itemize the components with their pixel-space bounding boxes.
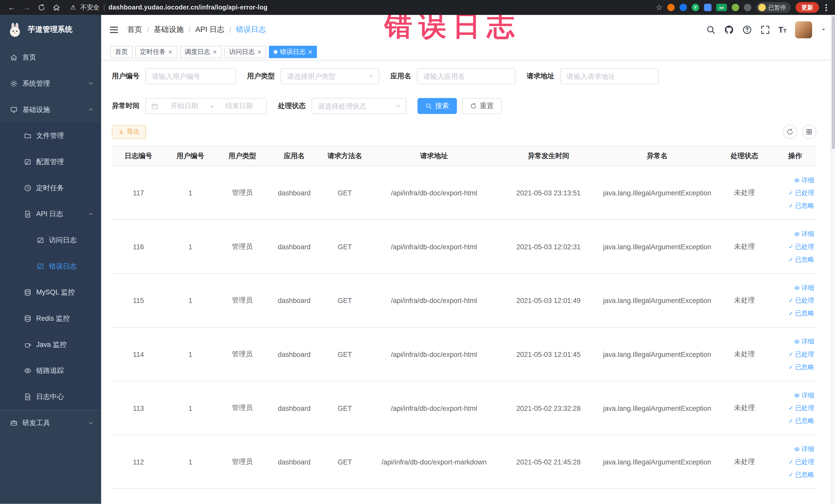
ignored-link[interactable]: ✓已忽略 [789, 416, 814, 425]
export-button[interactable]: 导出 [112, 125, 146, 139]
search-button[interactable]: 搜索 [418, 98, 457, 114]
sidebar-item-file-management[interactable]: 文件管理 [0, 122, 101, 149]
browser-update-button[interactable]: 更新 [795, 2, 819, 13]
cell-user-id: 1 [165, 274, 216, 327]
sidebar-item-java-monitor[interactable]: Java 监控 [0, 331, 101, 357]
eye-icon [794, 392, 800, 398]
page-scrollbar[interactable] [831, 15, 835, 504]
browser-menu-icon[interactable] [824, 4, 829, 11]
user-avatar[interactable] [795, 21, 812, 38]
sidebar-item-api-log[interactable]: API 日志 [0, 201, 101, 227]
exception-time-range-picker[interactable]: 开始日期 - 结束日期 [145, 98, 267, 114]
search-icon[interactable] [706, 25, 715, 34]
extension-icon-blue[interactable] [679, 4, 687, 11]
document-icon [37, 236, 44, 244]
close-icon[interactable]: × [257, 48, 261, 56]
sidebar-item-error-log[interactable]: 错误日志 [0, 253, 101, 279]
processed-link[interactable]: ✓已处理 [789, 350, 814, 359]
sidebar-item-system-management[interactable]: 系统管理 [0, 70, 101, 97]
cell-request-url: /api/infra/db-doc/export-html [370, 166, 498, 220]
detail-link[interactable]: 详细 [794, 337, 814, 346]
sidebar-item-mysql-monitor[interactable]: MySQL 监控 [0, 279, 101, 305]
help-icon[interactable] [742, 25, 752, 34]
tab-home[interactable]: 首页 [110, 46, 133, 58]
sidebar-item-dev-tools[interactable]: 研发工具 [0, 409, 101, 436]
font-size-icon[interactable]: TT [778, 25, 787, 34]
app-name-input[interactable] [417, 68, 515, 84]
detail-link[interactable]: 详细 [794, 444, 814, 453]
close-icon[interactable]: × [168, 48, 172, 56]
ignored-link[interactable]: ✓已忽略 [789, 309, 814, 318]
process-status-select-input[interactable] [312, 98, 406, 114]
ignored-link[interactable]: ✓已忽略 [789, 201, 814, 210]
search-icon [426, 103, 432, 109]
eye-icon [24, 367, 31, 374]
sidebar-item-config-management[interactable]: 配置管理 [0, 149, 101, 175]
profile-paused-badge[interactable]: 已暂停 [756, 2, 791, 13]
browser-back-button[interactable]: ← [5, 1, 18, 14]
cell-method: GET [320, 166, 370, 220]
sidebar-item-trace[interactable]: 链路追踪 [0, 357, 101, 384]
close-icon[interactable]: × [213, 48, 217, 56]
cell-exception-name: java.lang.IllegalArgumentException [599, 220, 715, 274]
close-icon[interactable]: × [308, 48, 312, 56]
check-icon: ✓ [789, 472, 793, 478]
sidebar-item-scheduled-tasks[interactable]: 定时任务 [0, 175, 101, 201]
sidebar-item-home[interactable]: 首页 [0, 44, 101, 70]
browser-home-button[interactable] [50, 1, 63, 14]
tab-schedule-log[interactable]: 调度日志× [180, 46, 222, 58]
processed-link[interactable]: ✓已处理 [789, 404, 814, 412]
refresh-button[interactable] [783, 124, 797, 139]
reset-button[interactable]: 重置 [462, 98, 502, 114]
process-status-select[interactable] [312, 98, 406, 114]
processed-link[interactable]: ✓已处理 [789, 242, 814, 251]
fullscreen-icon[interactable] [760, 25, 770, 34]
detail-link[interactable]: 详细 [794, 229, 814, 238]
request-url-input[interactable] [560, 68, 659, 84]
extension-icon-leaf[interactable] [732, 4, 739, 11]
extension-icon-orange[interactable] [667, 4, 675, 11]
user-type-select[interactable] [281, 68, 379, 84]
sidebar-item-log-center[interactable]: 日志中心 [0, 384, 101, 410]
avatar-caret-icon[interactable] [821, 27, 827, 33]
breadcrumb-home[interactable]: 首页 [127, 25, 142, 34]
sidebar-item-access-log[interactable]: 访问日志 [0, 227, 101, 253]
check-icon: ✓ [789, 190, 793, 196]
scrollbar-thumb[interactable] [832, 16, 835, 149]
extension-icon-grid[interactable] [704, 4, 712, 11]
detail-link[interactable]: 详细 [794, 283, 814, 292]
browser-reload-button[interactable] [35, 1, 48, 14]
column-settings-button[interactable] [802, 124, 816, 139]
detail-link[interactable]: 详细 [794, 391, 814, 400]
ignored-link[interactable]: ✓已忽略 [789, 470, 814, 479]
breadcrumb-api-log[interactable]: API 日志 [195, 25, 224, 34]
extensions-puzzle-icon[interactable] [744, 4, 751, 11]
sidebar-item-infrastructure[interactable]: 基础设施 [0, 97, 101, 123]
bookmark-star-icon[interactable]: ☆ [656, 3, 663, 12]
address-bar[interactable]: ⚠ 不安全 dashboard.yudao.iocoder.cn/infra/l… [65, 3, 653, 12]
extension-icon-on-badge[interactable]: on [716, 4, 727, 11]
tab-scheduled-tasks[interactable]: 定时任务× [135, 46, 177, 58]
ignored-link[interactable]: ✓已忽略 [789, 255, 814, 264]
detail-link[interactable]: 详细 [794, 176, 814, 185]
processed-link[interactable]: ✓已处理 [789, 457, 814, 466]
cell-user-type: 管理员 [216, 435, 269, 489]
extension-icon-green-y[interactable]: Y [692, 4, 699, 11]
ignored-link[interactable]: ✓已忽略 [789, 363, 814, 371]
processed-link[interactable]: ✓已处理 [789, 296, 814, 305]
breadcrumb-infrastructure[interactable]: 基础设施 [154, 25, 184, 34]
sidebar-item-redis-monitor[interactable]: Redis 监控 [0, 305, 101, 331]
user-type-select-input[interactable] [281, 68, 379, 84]
sidebar-toggle-icon[interactable] [108, 24, 119, 35]
browser-forward-button[interactable]: → [20, 1, 33, 14]
processed-link[interactable]: ✓已处理 [789, 188, 814, 197]
github-icon[interactable] [724, 25, 734, 34]
tab-label: 定时任务 [140, 47, 166, 57]
user-id-input[interactable] [145, 68, 236, 84]
profile-avatar-emoji [758, 4, 766, 11]
tab-error-log[interactable]: 错误日志× [269, 46, 317, 58]
browser-toolbar-right: ☆ Y on 已暂停 更新 [656, 2, 830, 13]
tab-access-log[interactable]: 访问日志× [224, 46, 266, 58]
col-header-request-url: 请求地址 [370, 146, 498, 166]
sidebar-logo[interactable]: 芋道管理系统 [0, 15, 101, 44]
